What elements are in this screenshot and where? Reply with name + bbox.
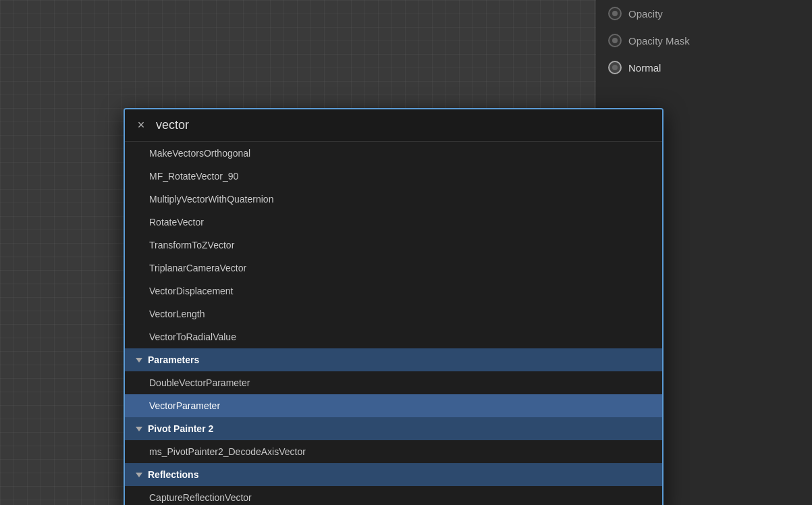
category-label: Parameters [148, 354, 199, 365]
panel-label-opacity-mask: Opacity Mask [628, 35, 690, 47]
list-item[interactable]: DoubleVectorParameter [125, 371, 662, 394]
list-item[interactable]: TransformToZVector [125, 234, 662, 257]
category-label: Pivot Painter 2 [148, 423, 213, 434]
panel-label-normal: Normal [628, 62, 661, 74]
close-icon: × [138, 118, 145, 132]
item-label: ms_PivotPainter2_DecodeAxisVector [149, 446, 306, 457]
list-item[interactable]: MakeVectorsOrthogonal [125, 142, 662, 165]
category-reflections[interactable]: Reflections [125, 463, 662, 486]
radio-opacity [608, 7, 622, 20]
search-input[interactable] [156, 118, 654, 132]
panel-label-opacity: Opacity [628, 8, 663, 20]
item-label: MakeVectorsOrthogonal [149, 148, 250, 159]
search-results[interactable]: MakeVectorsOrthogonal MF_RotateVector_90… [125, 142, 662, 505]
item-label: VectorDisplacement [149, 286, 234, 296]
panel-item-opacity-mask[interactable]: Opacity Mask [596, 27, 812, 54]
list-item[interactable]: MF_RotateVector_90 [125, 165, 662, 188]
category-pivot-painter[interactable]: Pivot Painter 2 [125, 417, 662, 440]
search-overlay: × MakeVectorsOrthogonal MF_RotateVector_… [124, 108, 664, 505]
list-item[interactable]: VectorToRadialValue [125, 325, 662, 348]
arrow-icon [136, 358, 142, 363]
list-item[interactable]: VectorLength [125, 302, 662, 325]
search-bar: × [125, 109, 662, 142]
list-item[interactable]: ms_PivotPainter2_DecodeAxisVector [125, 440, 662, 463]
item-label: VectorLength [149, 309, 205, 319]
radio-normal [608, 61, 622, 74]
item-label: MF_RotateVector_90 [149, 171, 238, 182]
category-parameters[interactable]: Parameters [125, 348, 662, 371]
item-label: TriplanarCameraVector [149, 263, 246, 273]
panel-item-opacity[interactable]: Opacity [596, 0, 812, 27]
item-label: MultiplyVectorWithQuaternion [149, 194, 273, 205]
list-item-selected[interactable]: VectorParameter [125, 394, 662, 417]
close-button[interactable]: × [133, 117, 149, 134]
item-label: RotateVector [149, 217, 204, 228]
list-item[interactable]: VectorDisplacement [125, 280, 662, 302]
item-label: CaptureReflectionVector [149, 492, 252, 503]
item-label: TransformToZVector [149, 240, 234, 250]
panel-item-normal[interactable]: Normal [596, 54, 812, 81]
list-item[interactable]: RotateVector [125, 211, 662, 234]
item-label: VectorParameter [149, 400, 220, 411]
item-label: VectorToRadialValue [149, 331, 236, 342]
category-label: Reflections [148, 469, 198, 480]
arrow-icon [136, 427, 142, 431]
list-item[interactable]: TriplanarCameraVector [125, 257, 662, 280]
list-item[interactable]: CaptureReflectionVector [125, 486, 662, 505]
arrow-icon [136, 473, 142, 477]
radio-opacity-mask [608, 34, 622, 47]
item-label: DoubleVectorParameter [149, 377, 250, 388]
list-item[interactable]: MultiplyVectorWithQuaternion [125, 188, 662, 211]
